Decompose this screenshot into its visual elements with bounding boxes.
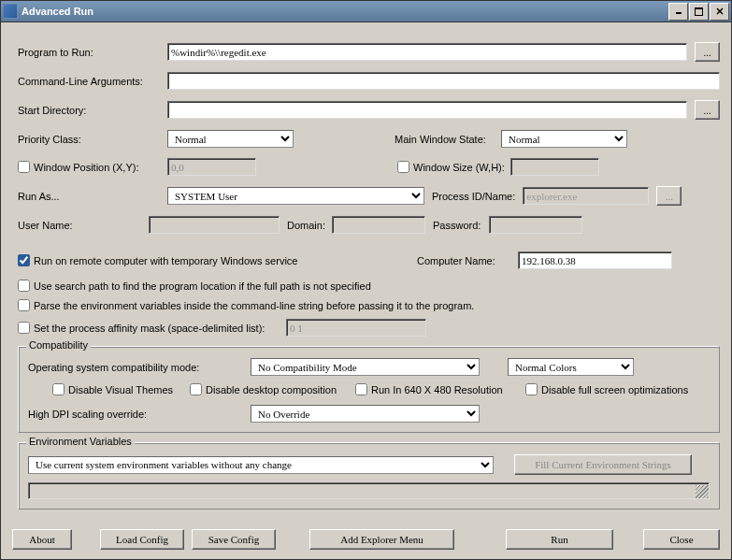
colors-select[interactable]: Normal Colors [508, 358, 634, 376]
compatibility-group: Compatibility Operating system compatibi… [18, 346, 720, 433]
high-dpi-label: High DPI scaling override: [28, 409, 251, 420]
app-icon [3, 4, 18, 19]
close-button[interactable] [710, 3, 729, 21]
parse-env-label: Parse the environment variables inside t… [34, 300, 474, 311]
about-button[interactable]: About [12, 529, 72, 550]
env-vars-legend: Environment Variables [26, 436, 135, 447]
main-window-state-label: Main Window State: [395, 134, 501, 145]
parse-env-checkbox[interactable] [18, 299, 30, 311]
close-dialog-button[interactable]: Close [643, 529, 720, 550]
process-id-name-input [523, 187, 649, 205]
os-compat-select[interactable]: No Compatibility Mode [251, 358, 480, 376]
remote-computer-checkbox[interactable] [18, 254, 30, 266]
run-640-label: Run In 640 X 480 Resolution [371, 384, 525, 395]
run-button[interactable]: Run [506, 529, 613, 550]
env-vars-group: Environment Variables Use current system… [18, 442, 720, 510]
disable-visual-themes-label: Disable Visual Themes [68, 384, 190, 395]
compatibility-legend: Compatibility [26, 339, 91, 351]
password-input [489, 216, 582, 234]
cmdline-args-label: Command-Line Arguments: [18, 76, 167, 87]
remote-computer-label: Run on remote computer with temporary Wi… [34, 255, 417, 266]
disable-desktop-comp-checkbox[interactable] [190, 383, 202, 395]
window-title: Advanced Run [22, 6, 668, 17]
run-as-label: Run As... [18, 191, 167, 202]
program-to-run-label: Program to Run: [18, 47, 167, 58]
add-explorer-menu-button[interactable]: Add Explorer Menu [309, 529, 454, 550]
window-size-input [510, 158, 599, 176]
env-text-area [28, 482, 710, 499]
window-size-label: Window Size (W,H): [413, 162, 510, 173]
search-path-checkbox[interactable] [18, 280, 30, 292]
titlebar: Advanced Run [1, 1, 731, 22]
high-dpi-select[interactable]: No Override [251, 405, 480, 423]
disable-desktop-comp-label: Disable desktop composition [206, 384, 355, 395]
affinity-input [286, 319, 426, 337]
main-window-state-select[interactable]: Normal [501, 130, 627, 148]
process-id-name-label: Process ID/Name: [432, 191, 515, 202]
load-config-button[interactable]: Load Config [100, 529, 184, 550]
computer-name-input[interactable] [518, 251, 672, 269]
disable-visual-themes-checkbox[interactable] [52, 383, 65, 395]
os-compat-label: Operating system compatibility mode: [28, 362, 251, 373]
fill-env-button: Fill Current Environment Strings [514, 454, 692, 475]
computer-name-label: Computer Name: [417, 255, 518, 266]
window-position-checkbox[interactable] [18, 161, 30, 173]
window-position-label: Window Position (X,Y): [34, 162, 167, 173]
process-browse-button: ... [656, 186, 682, 206]
domain-label: Domain: [287, 220, 332, 231]
window-position-input [167, 158, 256, 176]
priority-class-select[interactable]: Normal [167, 130, 294, 148]
footer: About Load Config Save Config Add Explor… [1, 524, 731, 559]
disable-fullscreen-checkbox[interactable] [525, 383, 538, 395]
window-size-checkbox[interactable] [397, 161, 409, 173]
start-dir-label: Start Directory: [18, 105, 167, 116]
maximize-button[interactable] [689, 3, 709, 21]
cmdline-args-input[interactable] [167, 72, 720, 90]
run-as-select[interactable]: SYSTEM User [167, 187, 424, 205]
program-to-run-input[interactable] [167, 43, 687, 61]
disable-fullscreen-label: Disable full screen optimizations [541, 384, 688, 395]
program-browse-button[interactable]: ... [695, 42, 720, 62]
search-path-label: Use search path to find the program loca… [34, 280, 371, 292]
password-label: Password: [433, 220, 489, 231]
start-dir-input[interactable] [167, 101, 687, 119]
domain-input [332, 216, 425, 234]
priority-class-label: Priority Class: [18, 134, 167, 145]
env-mode-select[interactable]: Use current system environment variables… [28, 456, 494, 474]
affinity-checkbox[interactable] [18, 322, 30, 334]
run-640-checkbox[interactable] [355, 383, 367, 395]
user-name-label: User Name: [18, 220, 149, 231]
save-config-button[interactable]: Save Config [192, 529, 276, 550]
start-dir-browse-button[interactable]: ... [695, 100, 720, 120]
minimize-button[interactable] [668, 3, 688, 21]
user-name-input [149, 216, 280, 234]
window: Advanced Run Program to Run: ... Command… [0, 0, 732, 560]
affinity-label: Set the process affinity mask (space-del… [34, 323, 286, 334]
